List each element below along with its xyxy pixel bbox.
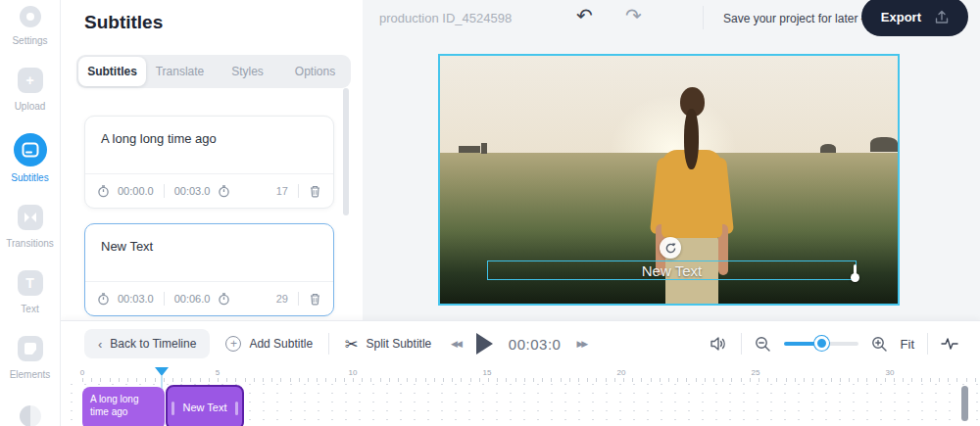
project-name[interactable]: production ID_4524598: [379, 11, 512, 25]
tab-styles[interactable]: Styles: [214, 57, 281, 86]
subtitle-overlay-box[interactable]: New Text: [487, 260, 857, 280]
split-subtitle-button[interactable]: ✂ Split Subtitle: [345, 335, 431, 354]
trim-handle-right[interactable]: [235, 402, 238, 415]
sidebar-item-text[interactable]: T Text: [0, 270, 60, 336]
subtitle-card[interactable]: A long long time ago 00:00.0 00:03.0 17: [84, 116, 334, 209]
add-subtitle-button[interactable]: + Add Subtitle: [225, 336, 313, 352]
gear-icon: [20, 6, 41, 27]
tab-options[interactable]: Options: [281, 57, 349, 86]
clock-icon: [97, 185, 110, 198]
timeline-ruler[interactable]: 0 5 10 15 20 25 30: [61, 366, 980, 383]
transport-controls: ◀◀ 00:03:0 ▶▶: [451, 321, 586, 366]
horizon-silhouette: [459, 146, 480, 153]
panel-tabbar: Subtitles Translate Styles Options: [76, 55, 351, 88]
fast-forward-icon[interactable]: ▶▶: [576, 339, 586, 349]
panel-scrollbar[interactable]: [343, 88, 349, 215]
sidebar-item-transitions[interactable]: Transitions: [0, 205, 60, 270]
end-time[interactable]: 00:06.0: [174, 293, 211, 305]
horizon-silhouette: [870, 137, 898, 152]
subtitles-panel: Subtitles Subtitles Translate Styles Opt…: [61, 0, 363, 320]
sidebar-item-label: Text: [21, 304, 38, 314]
trim-handle-left[interactable]: [172, 402, 174, 415]
chevron-left-icon: ‹: [98, 337, 102, 352]
clock-icon: [218, 185, 230, 198]
timeline-tracks[interactable]: A long long time ago New Text: [61, 383, 980, 426]
subtitle-overlay-text[interactable]: New Text: [642, 262, 702, 279]
sidebar-item-settings[interactable]: Settings: [0, 6, 60, 68]
ruler-tick-label: 0: [80, 368, 84, 377]
fit-button[interactable]: Fit: [901, 337, 914, 352]
subtitle-text-input[interactable]: A long long time ago: [85, 117, 333, 173]
zoom-in-icon[interactable]: [871, 336, 888, 353]
waveform-icon[interactable]: [941, 337, 958, 351]
play-icon[interactable]: [476, 333, 493, 355]
sidebar-item-label: Transitions: [6, 238, 54, 249]
divider: [328, 333, 329, 355]
rewind-icon[interactable]: ◀◀: [451, 339, 461, 349]
clock-icon: [218, 293, 230, 306]
ruler-tick-label: 10: [349, 368, 358, 377]
ruler-tick-label: 15: [483, 368, 492, 377]
rotate-handle-icon[interactable]: [660, 237, 681, 259]
toolbar-left-group: ‹ Back to Timeline + Add Subtitle ✂ Spli…: [84, 321, 431, 366]
timeline-toolbar: ‹ Back to Timeline + Add Subtitle ✂ Spli…: [61, 321, 980, 366]
current-time: 00:03:0: [509, 336, 562, 353]
subtitle-card-footer: 00:00.0 00:03.0 17: [85, 173, 333, 208]
timeline-scrollbar[interactable]: [961, 386, 968, 421]
sidebar-item-label: Subtitles: [11, 172, 48, 183]
resize-corner-handle[interactable]: [851, 273, 859, 282]
elements-icon: [18, 336, 43, 361]
person-ponytail: [684, 109, 699, 169]
contrast-icon: [20, 405, 41, 426]
sidebar-item-more[interactable]: [0, 402, 60, 426]
undo-icon[interactable]: ↶: [576, 4, 593, 27]
divider: [298, 292, 299, 306]
back-label: Back to Timeline: [110, 337, 196, 351]
transitions-icon: [18, 205, 43, 230]
divider: [927, 333, 928, 355]
text-icon: T: [18, 270, 43, 296]
ruler-tick-label: 25: [752, 368, 760, 377]
export-label: Export: [881, 10, 921, 24]
ruler-tick-label: 30: [886, 368, 895, 377]
zoom-slider-thumb[interactable]: [814, 336, 829, 351]
video-preview[interactable]: New Text: [438, 54, 900, 306]
editor-canvas: production ID_4524598 ↶ ↷ Save your proj…: [363, 0, 980, 320]
end-time[interactable]: 00:03.0: [174, 185, 211, 197]
playhead-marker[interactable]: [155, 367, 169, 376]
scissors-icon: ✂: [345, 335, 358, 354]
subtitle-text-input[interactable]: New Text: [85, 224, 333, 281]
plus-icon: +: [18, 68, 43, 93]
start-time[interactable]: 00:03.0: [118, 293, 154, 305]
redo-icon[interactable]: ↷: [625, 4, 642, 27]
toolbar-right-group: Fit: [710, 321, 958, 366]
subtitle-card-selected[interactable]: New Text 00:03.0 00:06.0 29: [84, 223, 334, 316]
sidebar-item-upload[interactable]: + Upload: [0, 68, 60, 133]
sidebar-item-subtitles[interactable]: Subtitles: [0, 133, 60, 205]
trash-icon[interactable]: [309, 184, 321, 198]
timeline-clip-selected[interactable]: New Text: [166, 385, 244, 426]
start-time[interactable]: 00:00.0: [118, 185, 154, 197]
divider: [164, 184, 165, 198]
clip-label: New Text: [182, 402, 226, 413]
divider: [703, 6, 704, 29]
char-count: 17: [276, 185, 288, 197]
horizon-silhouette: [820, 144, 836, 153]
export-button[interactable]: Export: [861, 0, 968, 36]
ruler-minor-ticks: [82, 378, 980, 382]
back-to-timeline-button[interactable]: ‹ Back to Timeline: [84, 329, 210, 358]
trash-icon[interactable]: [309, 292, 321, 306]
timeline-clip[interactable]: A long long time ago: [82, 387, 165, 426]
sidebar-item-elements[interactable]: Elements: [0, 336, 60, 402]
tab-translate[interactable]: Translate: [146, 57, 214, 86]
zoom-out-icon[interactable]: [755, 336, 771, 353]
sidebar-item-label: Elements: [10, 369, 51, 380]
zoom-slider[interactable]: [784, 342, 858, 346]
tab-subtitles[interactable]: Subtitles: [78, 57, 146, 86]
volume-icon[interactable]: [710, 336, 728, 352]
ruler-tick-label: 20: [617, 368, 626, 377]
divider: [298, 184, 299, 198]
clock-icon: [97, 293, 110, 306]
divider: [164, 292, 165, 306]
sidebar: Settings + Upload Subtitles Transitions …: [0, 0, 61, 426]
